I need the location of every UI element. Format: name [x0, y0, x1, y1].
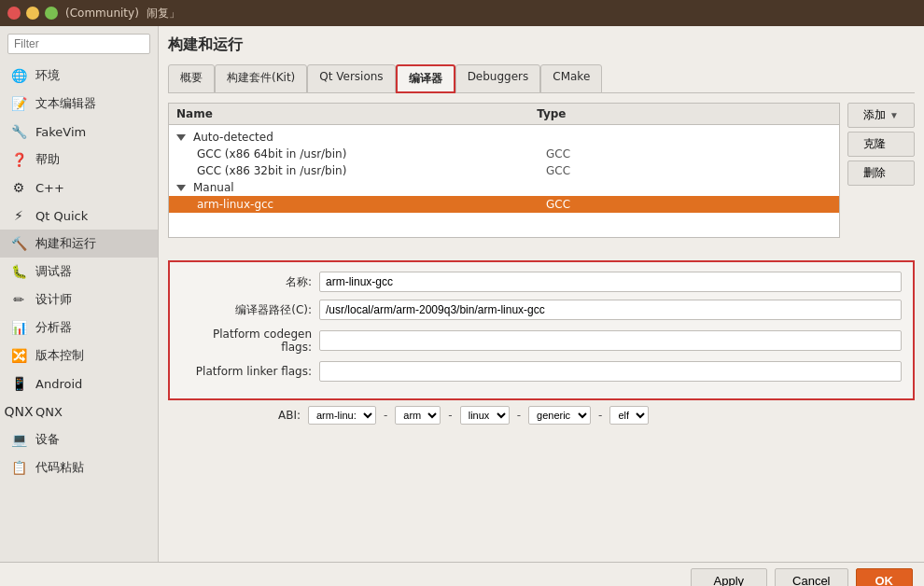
abi-separator: -	[448, 409, 452, 422]
form-row-platform_codegen: Platform codegen flags:	[181, 328, 902, 354]
minimize-button[interactable]	[26, 7, 39, 20]
sidebar-icon-debug: 🐛	[9, 262, 28, 281]
form-row-platform_linker: Platform linker flags:	[181, 361, 902, 382]
details-form: 名称: 编译器路径(C): Platform codegen flags: Pl…	[168, 260, 915, 400]
tab-kits[interactable]: 构建套件(Kit)	[215, 64, 307, 93]
input-platform_codegen[interactable]	[319, 330, 902, 351]
window-subtitle: 闹复」	[147, 6, 180, 21]
sidebar-label-analyze: 分析器	[35, 319, 72, 336]
sidebar-icon-help: ❓	[9, 150, 28, 169]
sidebar-item-build[interactable]: 🔨 构建和运行	[0, 230, 158, 258]
sidebar-item-fakevim[interactable]: 🔧 FakeVim	[0, 118, 158, 146]
sidebar-item-vcs[interactable]: 🔀 版本控制	[0, 342, 158, 370]
window-controls[interactable]	[7, 7, 58, 20]
sidebar-label-paste: 代码粘贴	[35, 459, 84, 476]
sidebar-item-env[interactable]: 🌐 环境	[0, 62, 158, 90]
add-dropdown-arrow: ▼	[889, 110, 899, 120]
tab-compilers[interactable]: 编译器	[396, 64, 455, 93]
sidebar-label-fakevim: FakeVim	[35, 125, 86, 139]
table-row[interactable]: GCC (x86 32bit in /usr/bin)GCC	[169, 162, 839, 179]
compiler-table-section: Name Type Auto-detectedGCC (x86 64bit in…	[168, 103, 915, 249]
sidebar-label-env: 环境	[35, 67, 60, 84]
label-platform_codegen: Platform codegen flags:	[181, 328, 312, 354]
sidebar-label-cpp: C++	[35, 181, 64, 195]
section-header-auto-detected[interactable]: Auto-detected	[169, 129, 839, 146]
form-row-name: 名称:	[181, 272, 902, 292]
sidebar-item-debug[interactable]: 🐛 调试器	[0, 258, 158, 286]
table-row[interactable]: GCC (x86 64bit in /usr/bin)GCC	[169, 146, 839, 162]
input-name[interactable]	[319, 272, 902, 292]
sidebar-label-help: 帮助	[35, 151, 60, 168]
window-title: (Community)	[65, 7, 139, 20]
maximize-button[interactable]	[45, 7, 58, 20]
cancel-button[interactable]: Cancel	[775, 568, 847, 586]
tab-overview[interactable]: 概要	[168, 64, 215, 93]
sidebar: 🌐 环境 📝 文本编辑器 🔧 FakeVim ❓ 帮助 ⚙ C++ ⚡ Qt Q…	[0, 26, 159, 562]
col-name-header: Name	[176, 107, 537, 120]
sidebar-item-help[interactable]: ❓ 帮助	[0, 146, 158, 174]
sidebar-icon-qnx: QNX	[9, 402, 28, 421]
sidebar-item-paste[interactable]: 📋 代码粘贴	[0, 453, 158, 481]
abi-select-2[interactable]: linux	[460, 406, 510, 425]
close-button[interactable]	[7, 7, 21, 20]
table-body: Auto-detectedGCC (x86 64bit in /usr/bin)…	[169, 125, 839, 237]
sidebar-icon-paste: 📋	[9, 458, 28, 477]
input-compiler_path[interactable]	[319, 300, 902, 320]
table-row[interactable]: arm-linux-gccGCC	[169, 196, 839, 213]
abi-select-1[interactable]: arm	[395, 406, 441, 425]
filter-input[interactable]	[7, 34, 150, 54]
sidebar-item-design[interactable]: ✏ 设计师	[0, 286, 158, 314]
abi-row: ABI: arm-linu:-arm-linux-generic-elf	[168, 406, 915, 425]
abi-select-0[interactable]: arm-linu:	[308, 406, 376, 425]
sidebar-label-android: Android	[35, 377, 82, 391]
sidebar-item-cpp[interactable]: ⚙ C++	[0, 174, 158, 202]
abi-separator: -	[384, 409, 387, 422]
compiler-table-wrapper: Name Type Auto-detectedGCC (x86 64bit in…	[168, 103, 840, 249]
abi-label: ABI:	[170, 409, 301, 422]
label-name: 名称:	[181, 274, 312, 290]
tab-cmake[interactable]: CMake	[540, 64, 602, 93]
sidebar-item-editor[interactable]: 📝 文本编辑器	[0, 90, 158, 118]
delete-button[interactable]: 删除	[847, 160, 915, 186]
section-header-manual[interactable]: Manual	[169, 179, 839, 196]
sidebar-icon-design: ✏	[9, 290, 28, 309]
sidebar-item-device[interactable]: 💻 设备	[0, 426, 158, 453]
sidebar-label-build: 构建和运行	[35, 235, 96, 252]
ok-button[interactable]: OK	[856, 568, 914, 586]
action-buttons: 添加 ▼ 克隆 删除	[847, 103, 915, 249]
sidebar-label-qtquick: Qt Quick	[35, 209, 88, 223]
sidebar-item-qtquick[interactable]: ⚡ Qt Quick	[0, 202, 158, 230]
sidebar-icon-fakevim: 🔧	[9, 122, 28, 141]
abi-select-4[interactable]: elf	[609, 406, 649, 425]
sidebar-item-analyze[interactable]: 📊 分析器	[0, 314, 158, 342]
sidebar-label-design: 设计师	[35, 291, 72, 308]
sidebar-icon-android: 📱	[9, 374, 28, 393]
tabs-container: 概要构建套件(Kit)Qt Versions编译器DebuggersCMake	[168, 64, 915, 93]
label-platform_linker: Platform linker flags:	[181, 365, 312, 378]
sidebar-icon-device: 💻	[9, 430, 28, 449]
sidebar-item-qnx[interactable]: QNX QNX	[0, 398, 158, 426]
col-type-header: Type	[537, 107, 832, 120]
page-title: 构建和运行	[168, 35, 915, 55]
apply-button[interactable]: Apply	[691, 568, 768, 586]
sidebar-item-android[interactable]: 📱 Android	[0, 370, 158, 398]
sidebar-icon-editor: 📝	[9, 94, 28, 113]
sidebar-label-vcs: 版本控制	[35, 347, 84, 364]
input-platform_linker[interactable]	[319, 361, 902, 382]
compiler-table: Name Type Auto-detectedGCC (x86 64bit in…	[168, 103, 840, 238]
expand-icon	[176, 185, 186, 191]
title-bar: (Community) 闹复」	[0, 0, 924, 26]
abi-select-3[interactable]: generic	[528, 406, 591, 425]
sidebar-label-debug: 调试器	[35, 263, 72, 280]
tab-qtversions[interactable]: Qt Versions	[307, 64, 395, 93]
sidebar-items-list: 🌐 环境 📝 文本编辑器 🔧 FakeVim ❓ 帮助 ⚙ C++ ⚡ Qt Q…	[0, 62, 158, 481]
sidebar-icon-env: 🌐	[9, 66, 28, 85]
tab-debuggers[interactable]: Debuggers	[455, 64, 541, 93]
abi-separator: -	[517, 409, 521, 422]
sidebar-label-device: 设备	[35, 431, 60, 448]
form-row-compiler_path: 编译器路径(C):	[181, 300, 902, 320]
clone-button[interactable]: 克隆	[847, 132, 915, 157]
main-container: 🌐 环境 📝 文本编辑器 🔧 FakeVim ❓ 帮助 ⚙ C++ ⚡ Qt Q…	[0, 26, 924, 562]
add-button[interactable]: 添加 ▼	[847, 103, 915, 128]
table-header: Name Type	[169, 104, 839, 125]
